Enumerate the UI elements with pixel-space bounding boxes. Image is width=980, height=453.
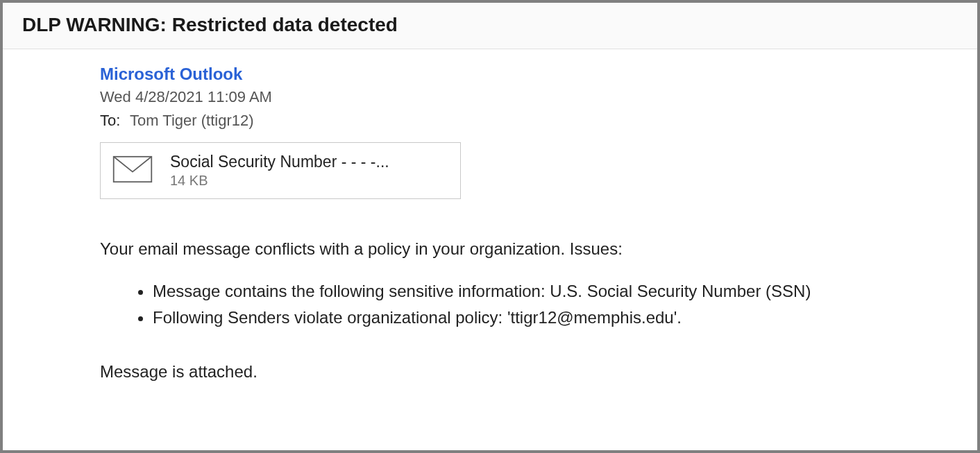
attachment-size: 14 KB bbox=[170, 173, 446, 189]
email-datetime: Wed 4/28/2021 11:09 AM bbox=[100, 88, 877, 106]
email-subject: DLP WARNING: Restricted data detected bbox=[22, 14, 958, 36]
recipients-line: To: Tom Tiger (ttigr12) bbox=[100, 112, 877, 130]
message-body: Your email message conflicts with a poli… bbox=[100, 237, 877, 384]
subject-bar: DLP WARNING: Restricted data detected bbox=[3, 3, 977, 49]
message-pane: Microsoft Outlook Wed 4/28/2021 11:09 AM… bbox=[3, 49, 977, 450]
to-label: To: bbox=[100, 112, 120, 129]
issues-list: Message contains the following sensitive… bbox=[153, 278, 877, 332]
body-intro: Your email message conflicts with a poli… bbox=[100, 237, 877, 262]
attachment-card[interactable]: Social Security Number - - - -... 14 KB bbox=[100, 142, 461, 199]
email-window: DLP WARNING: Restricted data detected Mi… bbox=[3, 3, 977, 450]
issue-item: Message contains the following sensitive… bbox=[153, 278, 877, 305]
envelope-icon bbox=[112, 155, 153, 186]
sender-name[interactable]: Microsoft Outlook bbox=[100, 65, 877, 84]
attachment-name: Social Security Number - - - -... bbox=[170, 153, 446, 171]
to-recipient: Tom Tiger (ttigr12) bbox=[130, 112, 254, 129]
issue-item: Following Senders violate organizational… bbox=[153, 305, 877, 331]
attachment-meta: Social Security Number - - - -... 14 KB bbox=[170, 153, 446, 189]
body-footer: Message is attached. bbox=[100, 359, 877, 384]
